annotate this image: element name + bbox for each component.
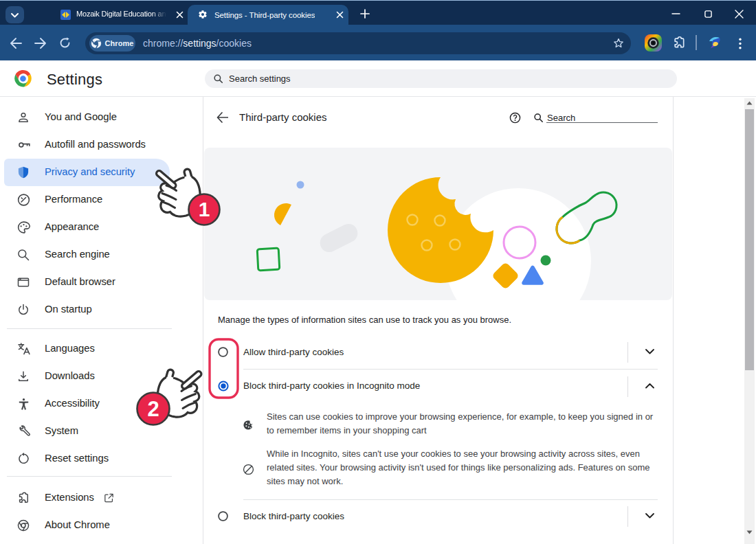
svg-text:2: 2 — [147, 397, 159, 421]
svg-text:1: 1 — [199, 198, 210, 220]
